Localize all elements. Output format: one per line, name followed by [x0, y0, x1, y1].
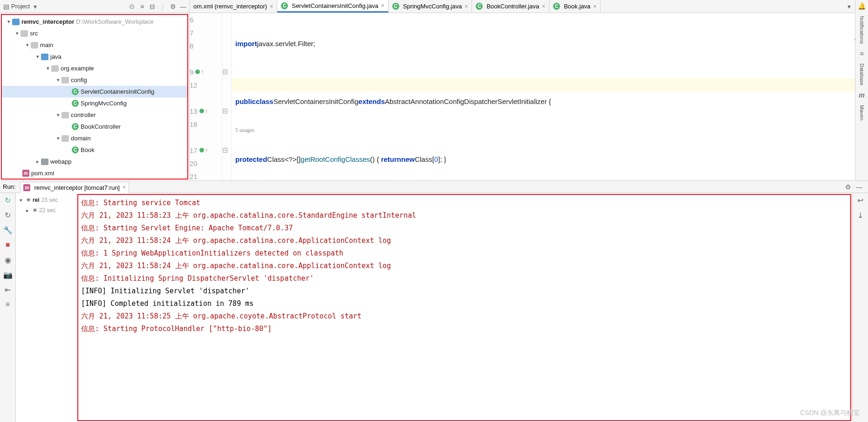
expand-icon[interactable]: ≡ [139, 3, 145, 10]
hide-icon[interactable]: — [180, 3, 186, 10]
console-line: 信息: Starting service Tomcat [81, 197, 847, 209]
class-icon: C [281, 2, 288, 9]
chevron-down-icon[interactable]: ▾ [55, 135, 62, 141]
up-arrow-icon: ↑ [205, 108, 208, 114]
override-marker-icon[interactable] [199, 109, 204, 113]
chevron-down-icon[interactable]: ▾ [34, 54, 41, 60]
line-number: 8 [190, 39, 218, 52]
line-number [190, 52, 218, 65]
gear-icon[interactable]: ⚙ [170, 3, 176, 10]
tree-package[interactable]: ▾org.example [2, 62, 187, 74]
tab-label: ServletContainersInitConfig.java [292, 2, 378, 9]
chevron-down-icon[interactable]: ▾ [14, 30, 21, 36]
run-config-tab[interactable]: m remvc_interceptor [tomcat7:run] × [20, 182, 129, 193]
tree-spring-config[interactable]: CSpringMvcConfig [2, 97, 187, 109]
project-tree[interactable]: ▾ remvc_interceptor D:\WorkSoftware_Work… [2, 15, 187, 180]
tree-domain-pkg[interactable]: ▾domain [2, 132, 187, 144]
rerun-failed-button[interactable]: ↻ [4, 211, 12, 219]
run-tree[interactable]: ▾ ✳ rei 23 sec ▸ ✳ 22 sec [16, 193, 76, 422]
close-icon[interactable]: × [123, 184, 126, 191]
tree-book[interactable]: CBook [2, 144, 187, 156]
tab-label: Book.java [564, 3, 590, 10]
database-tool[interactable]: Database [859, 63, 865, 85]
close-icon[interactable]: × [381, 2, 384, 9]
bell-icon[interactable]: 🔔 [859, 3, 865, 9]
chevron-down-icon: ▾ [32, 3, 38, 10]
hide-icon[interactable]: — [856, 184, 862, 190]
line-number: 9↑ [190, 65, 218, 78]
caret-line-highlight [232, 78, 868, 91]
tree-controller-pkg[interactable]: ▾controller [2, 109, 187, 121]
source-folder-icon [41, 54, 48, 60]
console-line: 六月 21, 2023 11:58:24 上午 org.apache.catal… [81, 260, 847, 272]
chevron-right-icon[interactable]: ▸ [34, 159, 41, 165]
chevron-down-icon[interactable]: ▾ [6, 19, 12, 25]
stop-button[interactable]: ■ [4, 241, 12, 249]
run-panel: Run: m remvc_interceptor [tomcat7:run] ×… [0, 180, 868, 422]
code-editor[interactable]: 6 7 8 9↑ 12 13↑ 16 17↑ 20 21 ⊟ ⊟ ⊟ [190, 13, 868, 180]
override-marker-icon[interactable] [195, 69, 200, 74]
collapse-icon[interactable]: ⊟ [149, 3, 156, 10]
chevron-down-icon[interactable]: ▾ [24, 42, 31, 48]
tree-config-pkg[interactable]: ▾config [2, 74, 187, 86]
class-icon: C [72, 146, 79, 153]
tree-label: config [71, 76, 87, 83]
tab-pom[interactable]: om.xml (remvc_interceptor)× [190, 0, 277, 13]
gear-icon[interactable]: ⚙ [845, 184, 851, 190]
notifications-tool[interactable]: Notifications [859, 16, 865, 44]
fold-gutter[interactable]: ⊟ ⊟ ⊟ [222, 13, 232, 180]
console-line: 信息: 1 Spring WebApplicationInitializers … [81, 247, 847, 260]
override-marker-icon[interactable] [199, 148, 204, 152]
tab-book-controller[interactable]: CBookController.java× [472, 0, 549, 13]
close-icon[interactable]: × [465, 3, 468, 10]
chevron-down-icon[interactable]: ▾ [45, 65, 51, 71]
project-name-label: remvc_interceptor [21, 18, 74, 25]
dump-icon[interactable]: 📷 [4, 270, 12, 279]
editor-area: om.xml (remvc_interceptor)× CServletCont… [190, 0, 868, 180]
chevron-down-icon[interactable]: ▾ [846, 3, 852, 10]
run-console[interactable]: 信息: Starting service Tomcat六月 21, 2023 1… [76, 193, 852, 422]
code-content[interactable]: import import javax.servlet.Filter;javax… [232, 13, 868, 180]
maven-icon: m [23, 184, 30, 191]
scroll-end-icon[interactable]: ⤓ [856, 211, 865, 219]
line-number: 21 [190, 170, 218, 180]
console-line: 信息: Initializing Spring DispatcherServle… [81, 272, 847, 285]
package-icon [62, 77, 69, 83]
up-arrow-icon: ↑ [201, 69, 204, 75]
show-icon[interactable]: ◉ [4, 256, 12, 264]
console-line: 信息: Starting Servlet Engine: Apache Tomc… [81, 222, 847, 235]
tab-book[interactable]: CBook.java× [549, 0, 601, 13]
soft-wrap-icon[interactable]: ↩ [856, 196, 865, 204]
tree-book-controller[interactable]: CBookController [2, 121, 187, 132]
tree-main[interactable]: ▾main [2, 39, 187, 51]
chevron-down-icon[interactable]: ▾ [55, 112, 62, 118]
tree-label: ServletContainersInitConfig [81, 88, 154, 95]
tab-servlet-config[interactable]: CServletContainersInitConfig.java× [277, 0, 389, 13]
chevron-right-icon[interactable]: ▸ [24, 208, 31, 214]
divider-icon: | [159, 3, 166, 10]
tree-java[interactable]: ▾java [2, 51, 187, 62]
tree-src[interactable]: ▾src [2, 28, 187, 39]
maven-icon[interactable]: m [859, 92, 865, 98]
maven-tool[interactable]: Maven [859, 105, 865, 120]
tree-webapp[interactable]: ▸webapp [2, 156, 187, 167]
run-toolbar: ↻ ↻ 🔧 ■ ◉ 📷 ⇤ ≡ [0, 193, 16, 422]
tree-servlet-config[interactable]: CServletContainersInitConfig [2, 86, 187, 97]
chevron-down-icon[interactable]: ▾ [18, 197, 24, 203]
close-icon[interactable]: × [593, 3, 596, 10]
project-view-selector[interactable]: ▤ Project ▾ [3, 3, 38, 10]
database-icon[interactable]: ≡ [859, 50, 865, 57]
tree-project-root[interactable]: ▾ remvc_interceptor D:\WorkSoftware_Work… [2, 16, 187, 28]
locate-icon[interactable]: ⊙ [129, 3, 135, 10]
close-icon[interactable]: × [542, 3, 545, 10]
rerun-button[interactable]: ↻ [4, 196, 12, 204]
tab-spring-config[interactable]: CSpringMvcConfig.java× [389, 0, 472, 13]
spinner-icon: ✳ [26, 197, 31, 203]
console-line: 六月 21, 2023 11:58:23 上午 org.apache.catal… [81, 209, 847, 222]
wrench-icon[interactable]: 🔧 [4, 226, 12, 234]
exit-icon[interactable]: ⇤ [4, 285, 12, 294]
close-icon[interactable]: × [270, 3, 273, 10]
trash-icon[interactable]: ≡ [4, 300, 12, 309]
chevron-down-icon[interactable]: ▾ [55, 77, 62, 83]
tree-pom[interactable]: mpom.xml [2, 167, 187, 179]
